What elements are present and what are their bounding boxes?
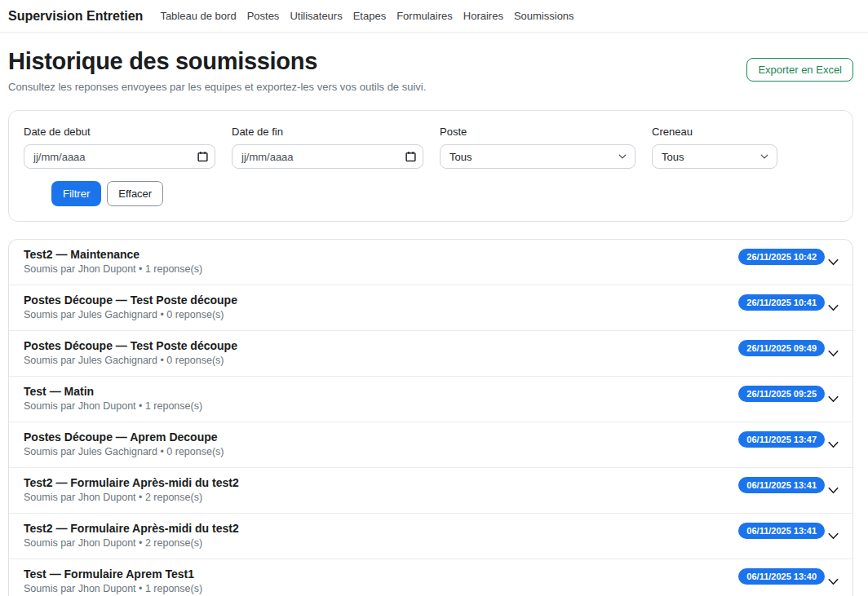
nav-item-horaires[interactable]: Horaires (463, 10, 503, 22)
timestamp-badge: 26/11/2025 10:42 (738, 249, 825, 265)
calendar-icon[interactable] (197, 152, 208, 162)
submission-row-right: 06/11/2025 13:40 (738, 568, 839, 588)
submission-row-right: 06/11/2025 13:41 (738, 523, 839, 542)
chevron-down-icon (760, 152, 769, 161)
filters-fields-row: Date de debut Date de fin (24, 126, 838, 169)
top-nav: Supervision Entretien Tableau de bord Po… (0, 0, 868, 33)
filters-actions: Filtrer Effacer (24, 181, 838, 206)
submission-row-right: 26/11/2025 10:41 (738, 294, 839, 314)
submission-info: Test — Formulaire Aprem Test1 Soumis par… (24, 567, 202, 594)
submission-row-right: 06/11/2025 13:47 (738, 431, 839, 451)
timestamp-badge: 06/11/2025 13:41 (738, 477, 825, 493)
submission-info: Postes Découpe — Aprem Decoupe Soumis pa… (24, 430, 224, 457)
submission-row[interactable]: Test2 — Maintenance Soumis par Jhon Dupo… (9, 240, 852, 285)
date-start-label: Date de debut (24, 126, 215, 138)
submission-info: Test2 — Formulaire Après-midi du test2 S… (24, 522, 239, 549)
date-end-input[interactable] (232, 144, 423, 169)
submission-title: Postes Découpe — Test Poste découpe (24, 339, 237, 352)
nav-item-utilisateurs[interactable]: Utilisateurs (290, 10, 342, 22)
submission-meta: Soumis par Jules Gachignard • 0 reponse(… (24, 309, 237, 320)
chevron-down-icon[interactable] (827, 439, 839, 451)
poste-label: Poste (440, 126, 636, 138)
chevron-down-icon[interactable] (827, 530, 839, 542)
submission-title: Test — Matin (24, 385, 202, 398)
chevron-down-icon[interactable] (827, 393, 839, 405)
timestamp-badge: 26/11/2025 09:25 (738, 386, 825, 402)
date-start-field-group: Date de debut (24, 126, 215, 169)
date-end-field-group: Date de fin (232, 126, 423, 169)
clear-button[interactable]: Effacer (107, 181, 163, 206)
export-excel-button[interactable]: Exporter en Excel (746, 58, 853, 82)
timestamp-badge: 06/11/2025 13:41 (738, 523, 825, 539)
submission-meta: Soumis par Jhon Dupont • 1 reponse(s) (24, 263, 202, 275)
submission-meta: Soumis par Jules Gachignard • 0 reponse(… (24, 355, 237, 366)
app-brand[interactable]: Supervision Entretien (8, 9, 143, 24)
chevron-down-icon[interactable] (827, 576, 839, 588)
page-header: Historique des soumissions Consultez les… (8, 48, 853, 93)
submission-info: Test — Matin Soumis par Jhon Dupont • 1 … (24, 385, 202, 412)
submission-row[interactable]: Test — Formulaire Aprem Test1 Soumis par… (9, 559, 852, 596)
submission-info: Postes Découpe — Test Poste découpe Soum… (24, 339, 237, 366)
submission-row[interactable]: Test2 — Formulaire Après-midi du test2 S… (9, 514, 852, 559)
submission-row-right: 26/11/2025 10:42 (738, 249, 839, 268)
chevron-down-icon[interactable] (827, 347, 839, 360)
poste-field-group: Poste Tous (440, 126, 636, 169)
date-end-label: Date de fin (232, 126, 423, 138)
nav-item-formulaires[interactable]: Formulaires (396, 10, 453, 22)
chevron-down-icon[interactable] (827, 302, 839, 314)
submission-title: Test — Formulaire Aprem Test1 (24, 567, 202, 581)
submission-title: Postes Découpe — Aprem Decoupe (24, 430, 224, 444)
timestamp-badge: 06/11/2025 13:40 (738, 568, 825, 585)
submission-info: Postes Découpe — Test Poste découpe Soum… (24, 294, 237, 320)
date-start-input-wrap (24, 144, 215, 169)
creneau-field-group: Creneau Tous (652, 126, 777, 169)
creneau-select-value: Tous (662, 151, 684, 163)
page-header-text: Historique des soumissions Consultez les… (8, 48, 426, 93)
poste-select-value: Tous (450, 151, 472, 163)
nav-item-tableau-de-bord[interactable]: Tableau de bord (160, 10, 236, 22)
submission-row-right: 26/11/2025 09:49 (738, 340, 839, 360)
chevron-down-icon (618, 152, 627, 161)
submission-row-right: 26/11/2025 09:25 (738, 386, 839, 405)
calendar-icon[interactable] (405, 152, 416, 162)
submission-title: Postes Découpe — Test Poste découpe (24, 294, 237, 307)
main-content: Historique des soumissions Consultez les… (0, 48, 868, 596)
submission-row[interactable]: Postes Découpe — Aprem Decoupe Soumis pa… (9, 422, 852, 468)
submission-row[interactable]: Test2 — Formulaire Après-midi du test2 S… (9, 468, 852, 514)
timestamp-badge: 26/11/2025 10:41 (738, 294, 825, 311)
page-subtitle: Consultez les reponses envoyees par les … (8, 81, 426, 93)
submission-row[interactable]: Test — Matin Soumis par Jhon Dupont • 1 … (9, 377, 852, 422)
nav-item-etapes[interactable]: Etapes (353, 10, 386, 22)
nav-item-postes[interactable]: Postes (247, 10, 280, 22)
date-end-input-wrap (232, 144, 423, 169)
filters-panel: Date de debut Date de fin (8, 110, 853, 222)
filter-button[interactable]: Filtrer (51, 181, 101, 206)
timestamp-badge: 26/11/2025 09:49 (738, 340, 825, 356)
submission-row[interactable]: Postes Découpe — Test Poste découpe Soum… (9, 285, 852, 331)
submission-meta: Soumis par Jules Gachignard • 0 reponse(… (24, 446, 224, 457)
submission-row-right: 06/11/2025 13:41 (738, 477, 839, 497)
submission-meta: Soumis par Jhon Dupont • 2 reponse(s) (24, 537, 239, 549)
submission-info: Test2 — Maintenance Soumis par Jhon Dupo… (24, 248, 202, 275)
submission-meta: Soumis par Jhon Dupont • 1 reponse(s) (24, 400, 202, 412)
submission-info: Test2 — Formulaire Après-midi du test2 S… (24, 476, 239, 503)
submission-meta: Soumis par Jhon Dupont • 1 reponse(s) (24, 583, 202, 594)
submission-row[interactable]: Postes Découpe — Test Poste découpe Soum… (9, 331, 852, 377)
submissions-list: Test2 — Maintenance Soumis par Jhon Dupo… (8, 239, 853, 596)
submission-title: Test2 — Formulaire Après-midi du test2 (24, 522, 239, 535)
poste-select[interactable]: Tous (440, 144, 636, 169)
creneau-select[interactable]: Tous (652, 144, 777, 169)
creneau-label: Creneau (652, 126, 777, 138)
page-title: Historique des soumissions (8, 48, 426, 75)
chevron-down-icon[interactable] (827, 256, 839, 268)
chevron-down-icon[interactable] (827, 484, 839, 497)
timestamp-badge: 06/11/2025 13:47 (738, 431, 825, 448)
date-start-input[interactable] (24, 144, 215, 169)
nav-item-soumissions[interactable]: Soumissions (514, 10, 574, 22)
submission-title: Test2 — Maintenance (24, 248, 202, 261)
submission-meta: Soumis par Jhon Dupont • 2 reponse(s) (24, 492, 239, 503)
submission-title: Test2 — Formulaire Après-midi du test2 (24, 476, 239, 489)
